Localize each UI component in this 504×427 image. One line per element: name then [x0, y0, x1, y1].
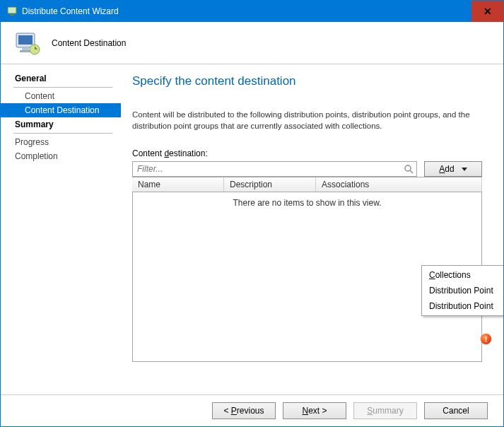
cancel-button[interactable]: Cancel	[424, 402, 488, 419]
add-dropdown-menu: Collections Distribution Point Distribut…	[421, 265, 503, 316]
nav-content[interactable]: Content	[1, 89, 121, 103]
svg-rect-1	[10, 14, 14, 16]
svg-rect-5	[20, 50, 31, 52]
filter-input[interactable]	[136, 163, 404, 175]
svg-rect-3	[18, 35, 33, 45]
page-title: Content Destination	[52, 38, 126, 48]
nav-completion[interactable]: Completion	[1, 149, 121, 163]
nav-progress[interactable]: Progress	[1, 135, 121, 149]
col-name[interactable]: Name	[132, 177, 224, 192]
nav-general[interactable]: General	[1, 71, 121, 86]
intro-text: Content will be distributed to the follo…	[132, 110, 482, 131]
titlebar[interactable]: Distribute Content Wizard ✕	[1, 1, 503, 22]
svg-line-8	[410, 170, 413, 173]
svg-point-7	[405, 165, 411, 171]
summary-button: Summary	[353, 402, 417, 419]
empty-message: There are no items to show in this view.	[133, 192, 481, 208]
previous-button[interactable]: < Previous	[212, 402, 276, 419]
app-icon	[6, 6, 18, 17]
close-icon: ✕	[484, 6, 492, 17]
wizard-nav: General Content Content Destination Summ…	[1, 64, 121, 394]
add-button[interactable]: Add	[424, 161, 482, 177]
menu-item-distribution-point-groups[interactable]: Distribution Point	[422, 298, 503, 314]
content-pane: Specify the content destination Content …	[121, 64, 503, 394]
header-band: Content Destination	[1, 22, 503, 64]
list-header: Name Description Associations	[132, 177, 482, 192]
wizard-window: Distribute Content Wizard ✕ Content Dest…	[0, 0, 504, 427]
svg-rect-4	[22, 48, 29, 50]
chevron-down-icon	[462, 168, 467, 171]
next-button[interactable]: Next >	[283, 402, 346, 419]
wizard-footer: < Previous Next > Summary Cancel	[1, 394, 503, 426]
col-description[interactable]: Description	[224, 177, 316, 192]
svg-rect-0	[8, 7, 16, 13]
menu-item-collections[interactable]: Collections	[422, 267, 503, 283]
nav-divider	[13, 87, 112, 88]
menu-item-distribution-point[interactable]: Distribution Point	[422, 283, 503, 298]
search-icon[interactable]	[404, 164, 414, 174]
nav-summary[interactable]: Summary	[1, 117, 121, 131]
window-title: Distribute Content Wizard	[22, 6, 471, 16]
nav-divider	[13, 133, 112, 134]
col-associations[interactable]: Associations	[316, 177, 482, 192]
error-icon: !	[481, 334, 491, 344]
content-destination-label: Content destination:	[132, 148, 482, 158]
page-heading: Specify the content destination	[132, 74, 482, 88]
filter-box[interactable]	[132, 161, 417, 177]
nav-content-destination[interactable]: Content Destination	[1, 103, 121, 117]
close-button[interactable]: ✕	[471, 1, 503, 22]
monitor-icon	[13, 29, 42, 57]
